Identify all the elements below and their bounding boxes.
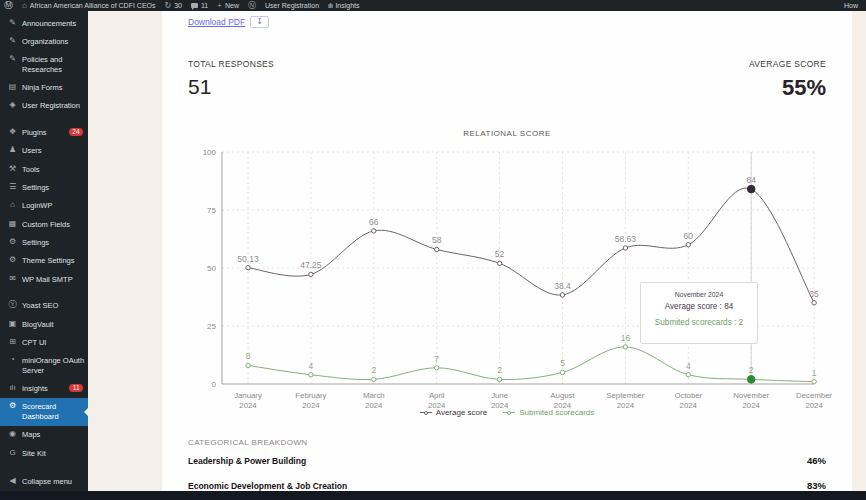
sidebar-item-users[interactable]: ♟Users (0, 142, 88, 160)
svg-text:38.4: 38.4 (554, 281, 571, 291)
grid-icon: ▦ (8, 220, 17, 229)
svg-text:58: 58 (432, 235, 442, 245)
sidebar-item-user-registration[interactable]: ◈User Registration (0, 97, 88, 115)
tooltip-submitted-scorecards: Submited scorecards : 2 (641, 318, 757, 327)
download-icon: ↧ (256, 17, 263, 26)
sidebar-item-label: Theme Settings (22, 256, 86, 265)
sidebar-item-organizations[interactable]: ✎Organizations (0, 32, 88, 50)
svg-text:March: March (363, 391, 385, 400)
sidebar-item-blogvault[interactable]: ▣BlogVault (0, 315, 88, 333)
map-pin-icon: ◉ (8, 430, 17, 439)
average-score-stat: AVERAGE SCORE 55% (749, 59, 826, 101)
sidebar-separator (0, 289, 88, 297)
sidebar-item-plugins[interactable]: ❖Plugins24 (0, 123, 88, 141)
breakdown-category-label: Economic Development & Job Creation (188, 481, 347, 491)
gear-icon: ⚙ (8, 238, 17, 247)
sidebar-item-ninja-forms[interactable]: ▤Ninja Forms (0, 79, 88, 97)
admin-bar: Ⓜ ⌂African American Alliance of CDFI CEO… (0, 0, 866, 11)
svg-text:84: 84 (746, 175, 756, 185)
svg-text:60: 60 (684, 231, 694, 241)
comments-indicator[interactable]: 11 (191, 2, 208, 9)
sidebar-item-scorecard-dashboard[interactable]: ⚙Scorecard Dashboard (0, 398, 88, 426)
site-name-menu[interactable]: ⌂African American Alliance of CDFI CEOs (22, 2, 156, 10)
sidebar-item-announcements[interactable]: ✎Announcements (0, 14, 88, 32)
wordpress-menu[interactable]: Ⓜ (4, 1, 13, 10)
scorecard-dashboard-panel: Download PDF ↧ TOTAL RESPONSES 51 AVERAG… (162, 11, 852, 491)
legend-item[interactable]: Submited scorecards (503, 408, 594, 417)
admin-bar-left: Ⓜ ⌂African American Alliance of CDFI CEO… (4, 1, 360, 10)
sidebar-item-miniorange-oauth-server[interactable]: ◔miniOrange OAuth Server (0, 352, 88, 380)
sidebar-item-yoast-seo[interactable]: ⓎYoast SEO (0, 297, 88, 315)
tools-icon: ⚒ (8, 165, 17, 174)
svg-text:8: 8 (246, 351, 251, 361)
tooltip-title: November 2024 (641, 291, 757, 298)
sidebar: ✎Announcements✎Organizations✎Policies an… (0, 11, 88, 491)
sidebar-item-theme-settings[interactable]: ⚙Theme Settings (0, 252, 88, 270)
ninja-forms-menu[interactable]: Ⓝ (248, 2, 256, 10)
users-icon: ♟ (8, 146, 17, 155)
sidebar-item-collapse-menu[interactable]: ◀Collapse menu (0, 473, 88, 491)
insights-label: Insights (335, 2, 359, 9)
bar-chart-icon: ılı (328, 2, 332, 9)
user-shield-icon: ◈ (8, 101, 17, 110)
sidebar-item-label: BlogVault (22, 320, 86, 329)
svg-text:1: 1 (812, 368, 817, 378)
new-label: New (225, 2, 239, 9)
main-content: Download PDF ↧ TOTAL RESPONSES 51 AVERAG… (88, 11, 866, 491)
breakdown-category-label: Leadership & Power Building (188, 456, 306, 466)
sidebar-item-custom-fields[interactable]: ▦Custom Fields (0, 215, 88, 233)
howdy-menu[interactable]: How (844, 2, 858, 9)
svg-text:5: 5 (560, 358, 565, 368)
stats-row: TOTAL RESPONSES 51 AVERAGE SCORE 55% (188, 59, 826, 101)
svg-text:January: January (234, 391, 262, 400)
updates-count: 30 (174, 2, 182, 9)
chart-tooltip: November 2024 Average score : 84 Submite… (640, 282, 758, 344)
sidebar-item-tools[interactable]: ⚒Tools (0, 160, 88, 178)
sidebar-item-loginwp[interactable]: ⌂LoginWP (0, 197, 88, 215)
svg-text:4: 4 (686, 361, 691, 371)
svg-text:2: 2 (749, 365, 754, 375)
sidebar-item-label: Organizations (22, 37, 86, 46)
sidebar-item-label: CPT UI (22, 338, 86, 347)
legend-item[interactable]: Average score (420, 408, 487, 417)
home-icon: ⌂ (8, 201, 17, 210)
svg-text:February: February (295, 391, 326, 400)
relational-score-chart: 025507510050.1347.2566585238.458.6360843… (162, 130, 852, 414)
chart-legend: Average scoreSubmited scorecards (162, 408, 852, 417)
sidebar-item-settings-2[interactable]: ⚙Settings (0, 234, 88, 252)
total-responses-label: TOTAL RESPONSES (188, 59, 274, 69)
sidebar-item-wp-mail-smtp[interactable]: ✉WP Mail SMTP (0, 270, 88, 288)
home-icon: ⌂ (22, 2, 27, 10)
svg-text:August: August (550, 391, 575, 400)
new-content-menu[interactable]: +New (217, 2, 239, 10)
insights-menu[interactable]: ılıInsights (328, 2, 359, 9)
svg-text:2: 2 (371, 365, 376, 375)
sidebar-item-cpt-ui[interactable]: ⊞CPT UI (0, 333, 88, 351)
orange-circle-icon: ◔ (8, 356, 17, 365)
svg-text:4: 4 (309, 361, 314, 371)
sidebar-item-label: LoginWP (22, 201, 86, 210)
sidebar-item-policies-and-researches[interactable]: ✎Policies and Researches (0, 51, 88, 79)
user-registration-menu[interactable]: User Registration (265, 2, 319, 9)
download-pdf-button[interactable]: ↧ (250, 16, 269, 28)
breakdown-row: Leadership & Power Building46% (188, 455, 826, 466)
pin-icon: ✎ (8, 19, 17, 28)
download-pdf-link[interactable]: Download PDF (188, 17, 245, 27)
envelope-icon: ✉ (8, 275, 17, 284)
updates-indicator[interactable]: ↻30 (165, 2, 183, 10)
plus-icon: + (217, 2, 222, 10)
sidebar-item-settings[interactable]: ☰Settings (0, 178, 88, 196)
lock-icon: ▣ (8, 320, 17, 329)
bottom-bar (0, 491, 866, 500)
sidebar-item-label: miniOrange OAuth Server (22, 356, 86, 375)
updates-icon: ↻ (165, 2, 172, 10)
sidebar-item-site-kit[interactable]: GSite Kit (0, 444, 88, 462)
sidebar-item-insights[interactable]: ılıInsights11 (0, 380, 88, 398)
svg-text:100: 100 (203, 148, 217, 157)
total-responses-stat: TOTAL RESPONSES 51 (188, 59, 274, 101)
breakdown-category-value: 46% (807, 455, 826, 466)
sidebar-item-maps[interactable]: ◉Maps (0, 426, 88, 444)
svg-text:2: 2 (497, 365, 502, 375)
svg-text:66: 66 (369, 217, 379, 227)
pin-icon: ✎ (8, 55, 17, 64)
